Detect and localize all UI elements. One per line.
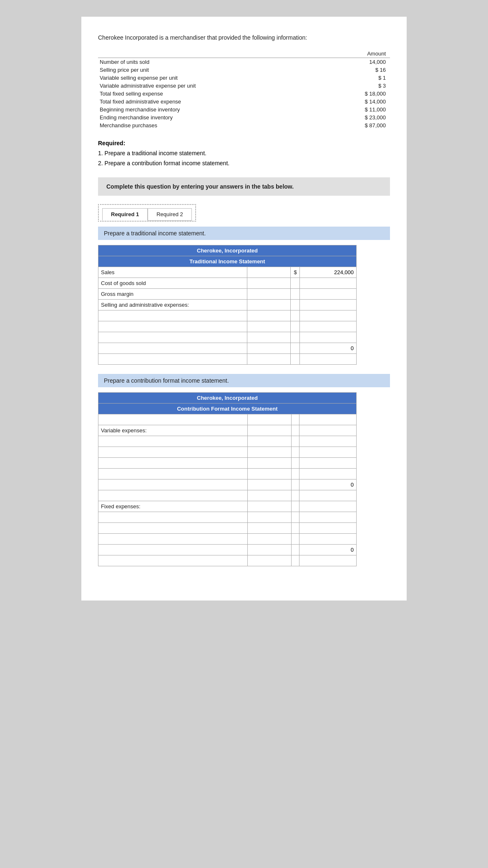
intro-text: Cherokee Incorporated is a merchandiser … <box>98 33 390 42</box>
traditional-stmt-container: Cherokee, Incorporated Traditional Incom… <box>98 245 390 365</box>
gross-margin-value[interactable] <box>299 289 356 300</box>
table-row: 0 <box>98 545 357 555</box>
table-row: Fixed expenses: <box>98 501 357 512</box>
info-row-label: Total fixed selling expense <box>98 90 328 98</box>
info-row-value: $ 16 <box>328 66 390 74</box>
required-section: Required: 1. Prepare a traditional incom… <box>98 139 390 168</box>
contribution-table: Cherokee, Incorporated Contribution Form… <box>98 392 357 566</box>
info-row-label: Total fixed administrative expense <box>98 98 328 106</box>
info-row-value: $ 18,000 <box>328 90 390 98</box>
info-row-label: Number of units sold <box>98 58 328 66</box>
info-table-row: Beginning merchandise inventory$ 11,000 <box>98 106 390 114</box>
table-row <box>98 458 357 469</box>
info-table-row: Number of units sold14,000 <box>98 58 390 66</box>
selling-admin-label: Selling and administrative expenses: <box>98 300 247 310</box>
table-row: Variable expenses: <box>98 425 357 436</box>
table-row <box>98 436 357 447</box>
tab-required-1[interactable]: Required 1 <box>102 208 148 221</box>
info-row-label: Merchandise purchases <box>98 121 328 129</box>
traditional-company: Cherokee, Incorporated <box>98 245 357 256</box>
info-row-value: $ 23,000 <box>328 114 390 121</box>
sales-label: Sales <box>98 267 247 278</box>
traditional-table: Cherokee, Incorporated Traditional Incom… <box>98 245 357 365</box>
info-table-row: Variable administrative expense per unit… <box>98 82 390 90</box>
info-table: Amount Number of units sold14,000Selling… <box>98 50 390 129</box>
sales-mid[interactable] <box>247 267 291 278</box>
table-row: 0 <box>98 343 357 354</box>
info-row-value: $ 1 <box>328 74 390 82</box>
gross-margin-label: Gross margin <box>98 289 247 300</box>
gross-margin-dollar <box>291 289 299 300</box>
info-row-label: Variable administrative expense per unit <box>98 82 328 90</box>
cogs-mid[interactable] <box>247 278 291 289</box>
info-table-row: Total fixed administrative expense$ 14,0… <box>98 98 390 106</box>
table-row: 0 <box>98 479 357 490</box>
info-table-row: Ending merchandise inventory$ 23,000 <box>98 114 390 121</box>
selling-admin-value[interactable] <box>299 300 356 310</box>
selling-admin-mid[interactable] <box>247 300 291 310</box>
info-table-row: Merchandise purchases$ 87,000 <box>98 121 390 129</box>
amount-header: Amount <box>328 50 390 58</box>
table-row <box>98 512 357 523</box>
variable-expenses-label: Variable expenses: <box>98 425 248 436</box>
table-row <box>98 321 357 332</box>
fixed-expenses-label: Fixed expenses: <box>98 501 248 512</box>
info-row-label: Variable selling expense per unit <box>98 74 328 82</box>
info-row-label: Beginning merchandise inventory <box>98 106 328 114</box>
cogs-dollar <box>291 278 299 289</box>
table-row <box>98 447 357 458</box>
table-row <box>98 523 357 534</box>
sales-value[interactable]: 224,000 <box>299 267 356 278</box>
info-row-label: Ending merchandise inventory <box>98 114 328 121</box>
contribution-section-header: Prepare a contribution format income sta… <box>98 374 390 387</box>
required-title: Required: <box>98 140 125 146</box>
contribution-company: Cherokee, Incorporated <box>98 393 357 404</box>
sales-dollar: $ <box>291 267 299 278</box>
table-row <box>98 310 357 321</box>
info-row-label: Selling price per unit <box>98 66 328 74</box>
contribution-title: Contribution Format Income Statement <box>98 404 357 414</box>
table-row: Selling and administrative expenses: <box>98 300 357 310</box>
info-row-value: $ 14,000 <box>328 98 390 106</box>
tab-required-2[interactable]: Required 2 <box>148 208 192 221</box>
table-row <box>98 490 357 501</box>
contribution-stmt-container: Cherokee, Incorporated Contribution Form… <box>98 392 390 566</box>
required-item-1: 1. Prepare a traditional income statemen… <box>98 150 206 156</box>
required-item-2: 2. Prepare a contribution format income … <box>98 160 229 167</box>
gross-margin-mid[interactable] <box>247 289 291 300</box>
complete-box: Complete this question by entering your … <box>98 177 390 196</box>
cogs-value[interactable] <box>299 278 356 289</box>
tabs-area: Required 1 Required 2 <box>98 204 196 222</box>
table-row <box>98 332 357 343</box>
page: Cherokee Incorporated is a merchandiser … <box>81 17 407 601</box>
table-row <box>98 469 357 479</box>
info-table-row: Variable selling expense per unit$ 1 <box>98 74 390 82</box>
info-row-value: $ 3 <box>328 82 390 90</box>
table-row: Cost of goods sold <box>98 278 357 289</box>
table-row <box>98 414 357 425</box>
table-row <box>98 354 357 365</box>
info-row-value: $ 87,000 <box>328 121 390 129</box>
traditional-section-header: Prepare a traditional income statement. <box>98 227 390 240</box>
info-row-value: 14,000 <box>328 58 390 66</box>
selling-admin-dollar <box>291 300 299 310</box>
table-row: Sales $ 224,000 <box>98 267 357 278</box>
info-table-row: Selling price per unit$ 16 <box>98 66 390 74</box>
cogs-label: Cost of goods sold <box>98 278 247 289</box>
table-row <box>98 555 357 566</box>
info-row-value: $ 11,000 <box>328 106 390 114</box>
table-row: Gross margin <box>98 289 357 300</box>
table-row <box>98 534 357 545</box>
info-table-row: Total fixed selling expense$ 18,000 <box>98 90 390 98</box>
traditional-title: Traditional Income Statement <box>98 256 357 267</box>
